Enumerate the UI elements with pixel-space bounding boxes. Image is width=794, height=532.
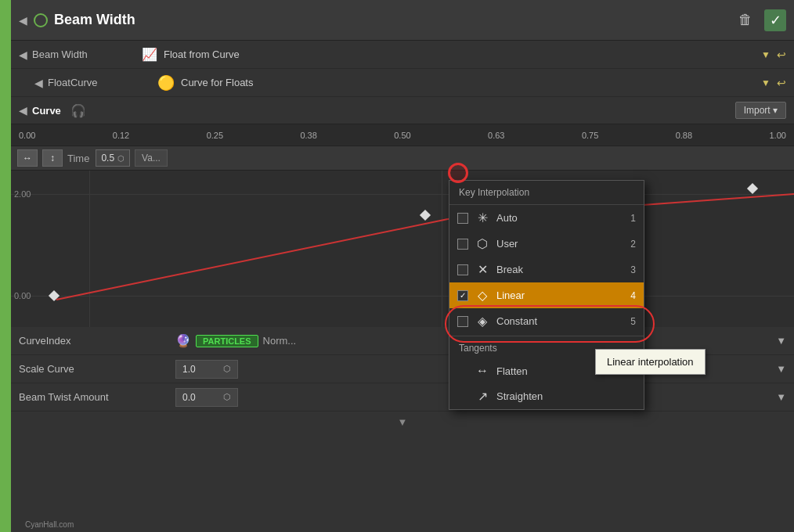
twist-value: 0.0 <box>182 392 196 403</box>
content-area: ◀ Beam Width 🗑 ✓ ◀ Beam Width 📈 Float fr… <box>11 0 794 532</box>
panel-title: Beam Width <box>54 12 734 28</box>
menu-item-straighten[interactable]: ↗ Straighten <box>449 383 644 409</box>
tooltip-text: Linear interpolation <box>607 356 694 368</box>
scale-value: 1.0 <box>182 364 196 375</box>
collapse-arrow-icon[interactable]: ◀ <box>19 14 27 27</box>
particles-badge: PARTICLES <box>196 335 258 347</box>
reset-icon[interactable]: ↩ <box>777 49 786 61</box>
dropdown-arrow-icon[interactable]: ▼ <box>761 49 771 60</box>
constant-label: Constant <box>496 315 624 327</box>
straighten-icon: ↗ <box>475 389 490 404</box>
linear-icon: ◇ <box>475 288 490 303</box>
break-checkbox[interactable] <box>457 264 468 275</box>
delete-button[interactable]: 🗑 <box>734 9 756 31</box>
curve-for-floats-text: Curve for Floats <box>181 77 253 88</box>
menu-item-linear[interactable]: ✓ ◇ Linear 4 <box>449 282 644 308</box>
menu-item-break[interactable]: ✕ Break 3 <box>449 257 644 282</box>
auto-checkbox[interactable] <box>457 213 468 224</box>
curve-label: Curve <box>32 105 61 117</box>
curve-index-value: 🔮 PARTICLES Norm... <box>175 333 296 348</box>
curve-collapse-icon[interactable]: ◀ <box>19 104 27 117</box>
linear-shortcut: 4 <box>630 290 636 301</box>
beam-width-collapse-icon[interactable]: ◀ <box>19 49 27 61</box>
import-button[interactable]: Import ▾ <box>735 102 786 119</box>
constant-icon: ◈ <box>475 314 490 329</box>
fit-horizontal-button[interactable]: ↔ <box>17 149 38 167</box>
ruler-mark-5: 0.63 <box>488 131 504 140</box>
twist-expand-icon[interactable]: ⬡ <box>223 392 231 402</box>
curve-canvas[interactable]: 2.00 0.00 <box>11 171 794 327</box>
menu-item-constant[interactable]: ◈ Constant 5 <box>449 308 644 334</box>
curve-for-floats-value: 🟡 Curve for Floats <box>157 74 253 92</box>
scale-curve-input[interactable]: 1.0 ⬡ <box>175 360 238 379</box>
curve-index-label: CurveIndex <box>19 335 175 347</box>
curve-for-floats-icon: 🟡 <box>157 74 175 92</box>
beam-width-circle-icon <box>34 13 48 27</box>
ruler-mark-3: 0.38 <box>300 131 316 140</box>
flatten-icon: ↔ <box>475 364 490 378</box>
top-circle-highlight <box>448 163 468 183</box>
ruler-mark-1: 0.12 <box>113 131 129 140</box>
curve-toolbar: ↔ ↕ Time 0.5 ⬡ Va... <box>11 146 794 171</box>
beam-twist-expand[interactable]: ▼ <box>776 391 786 403</box>
header-row: ◀ Beam Width 🗑 ✓ <box>11 0 794 41</box>
curve-edit-icon[interactable]: 🎧 <box>70 103 86 118</box>
ruler-mark-4: 0.50 <box>394 131 410 140</box>
auto-label: Auto <box>496 212 624 224</box>
scale-expand-icon[interactable]: ⬡ <box>223 364 231 374</box>
break-label: Break <box>496 264 624 275</box>
ruler-marks: 0.00 0.12 0.25 0.38 0.50 0.63 0.75 0.88 … <box>19 131 786 140</box>
ruler-mark-7: 0.88 <box>676 131 692 140</box>
float-curve-row: ◀ FloatCurve 🟡 Curve for Floats ▼ ↩ <box>11 69 794 97</box>
scale-curve-expand[interactable]: ▼ <box>776 363 786 375</box>
ruler-mark-8: 1.00 <box>770 131 786 140</box>
user-checkbox[interactable] <box>457 239 468 250</box>
user-label: User <box>496 238 624 250</box>
float-curve-label: FloatCurve <box>48 77 157 88</box>
time-expand-icon[interactable]: ⬡ <box>117 154 125 163</box>
curve-dropdown-arrow-icon[interactable]: ▼ <box>761 77 771 88</box>
float-curve-icon: 📈 <box>142 47 157 62</box>
curve-svg <box>11 171 794 327</box>
ruler-mark-6: 0.75 <box>582 131 598 140</box>
context-menu: Key Interpolation ✳ Auto 1 ⬡ User 2 ✕ Br… <box>449 180 644 410</box>
break-shortcut: 3 <box>630 264 636 275</box>
scale-curve-label: Scale Curve <box>19 363 175 375</box>
left-bar <box>0 0 11 532</box>
menu-title: Key Interpolation <box>449 181 644 205</box>
beam-twist-input[interactable]: 0.0 ⬡ <box>175 388 238 407</box>
beam-twist-row: Beam Twist Amount 0.0 ⬡ ▼ <box>11 383 794 412</box>
float-from-curve-text: Float from Curve <box>164 49 240 60</box>
curve-index-expand[interactable]: ▼ <box>776 335 786 347</box>
header-actions: 🗑 ✓ <box>734 9 786 31</box>
value-label: Va... <box>135 149 168 167</box>
beam-width-row: ◀ Beam Width 📈 Float from Curve ▼ ↩ <box>11 41 794 69</box>
beam-width-label: Beam Width <box>32 49 142 60</box>
norm-label: Norm... <box>263 335 297 347</box>
auto-icon: ✳ <box>475 210 490 225</box>
svg-line-0 <box>56 219 448 300</box>
constant-checkbox[interactable] <box>457 316 468 327</box>
auto-shortcut: 1 <box>630 213 636 224</box>
float-from-curve-value: 📈 Float from Curve <box>142 47 240 62</box>
confirm-button[interactable]: ✓ <box>764 9 786 31</box>
float-curve-collapse-icon[interactable]: ◀ <box>34 77 43 89</box>
linear-label: Linear <box>496 289 624 301</box>
scroll-down-arrow[interactable]: ▼ <box>11 412 794 433</box>
linear-checkbox[interactable]: ✓ <box>457 290 468 301</box>
fit-vertical-button[interactable]: ↕ <box>42 149 63 167</box>
curve-header: ◀ Curve 🎧 Import ▾ <box>11 97 794 124</box>
ruler-mark-2: 0.25 <box>207 131 223 140</box>
tooltip-box: Linear interpolation <box>595 349 706 375</box>
curve-reset-icon[interactable]: ↩ <box>777 77 786 89</box>
user-shortcut: 2 <box>630 239 636 250</box>
time-value: 0.5 <box>101 153 114 164</box>
user-icon: ⬡ <box>475 236 490 251</box>
straighten-label: Straighten <box>496 390 630 402</box>
menu-item-auto[interactable]: ✳ Auto 1 <box>449 205 644 231</box>
timeline-ruler: 0.00 0.12 0.25 0.38 0.50 0.63 0.75 0.88 … <box>11 124 794 146</box>
ruler-mark-0: 0.00 <box>19 131 35 140</box>
menu-divider <box>449 336 644 336</box>
constant-shortcut: 5 <box>630 316 636 327</box>
menu-item-user[interactable]: ⬡ User 2 <box>449 231 644 257</box>
